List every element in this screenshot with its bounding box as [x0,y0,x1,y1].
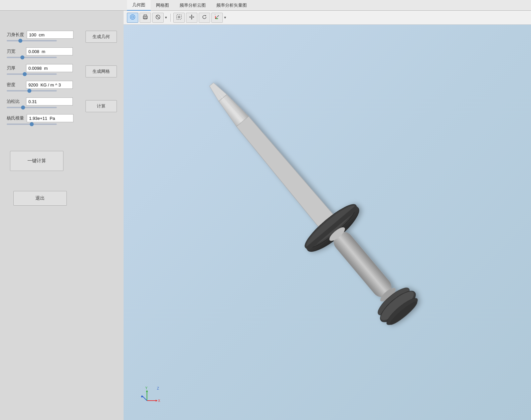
svg-marker-27 [235,115,335,229]
svg-rect-33 [330,228,395,301]
visibility-icon [155,14,161,21]
visibility-button[interactable] [152,13,164,23]
blade-length-input[interactable] [27,31,73,39]
axes-indicator: X Y Z [140,386,160,407]
density-input[interactable] [26,81,73,89]
pan-icon [189,14,195,21]
param-blade-length: 刀身长度 [7,31,79,43]
visibility-dropdown[interactable]: ▼ [152,13,168,23]
svg-marker-12 [191,14,192,16]
svg-marker-45 [146,390,148,392]
axes-dropdown-arrow[interactable]: ▼ [223,16,227,19]
one-click-button[interactable]: 一键计算 [10,151,63,171]
camera-button[interactable] [127,13,138,23]
tab-geometry[interactable]: 几何图 [127,0,151,11]
density-label: 密度 [7,82,23,88]
param-blade-width: 刃宽 [7,47,79,60]
param-blade-thickness: 刃厚 [7,64,79,77]
density-slider[interactable] [7,90,57,91]
poisson-input[interactable] [26,97,73,106]
zoom-button[interactable] [173,13,185,23]
toolbar: ▼ * [124,11,531,25]
svg-text:Z: Z [157,387,159,390]
toolbar-separator-1 [170,14,171,22]
generate-mesh-button[interactable]: 生成网格 [85,65,117,77]
pan-button[interactable] [186,13,197,23]
calculate-button[interactable]: 计算 [85,100,117,112]
svg-point-0 [130,15,135,19]
visibility-dropdown-arrow[interactable]: ▼ [164,16,168,19]
svg-marker-15 [193,16,194,18]
viewport[interactable]: X Y Z [124,25,531,420]
rotate-button[interactable] [199,13,210,23]
youngs-input[interactable] [27,114,73,122]
svg-text:Y: Y [145,386,148,390]
axes-icon: * [214,14,220,21]
svg-text:*: * [215,14,215,16]
zoom-icon [176,14,182,21]
blade-width-slider[interactable] [7,57,57,58]
blade-thickness-input[interactable] [26,64,73,72]
blade-thickness-label: 刃厚 [7,65,23,71]
rotate-icon [201,14,207,21]
svg-rect-4 [144,18,147,19]
sword-svg [124,25,531,420]
svg-line-47 [142,396,147,401]
tab-mesh[interactable]: 网格图 [151,0,174,10]
tab-bar: 几何图 网格图 频率分析云图 频率分析矢量图 [0,0,531,11]
exit-button[interactable]: 退出 [13,191,67,206]
svg-point-1 [132,16,134,18]
right-panel: ▼ * [124,11,531,420]
svg-text:X: X [158,399,160,403]
poisson-label: 泊松比 [7,98,23,104]
blade-length-label: 刀身长度 [7,32,24,38]
main-layout: 刀身长度 刃宽 [0,11,531,420]
param-poisson: 泊松比 [7,97,79,110]
svg-marker-14 [189,16,190,18]
generate-geometry-button[interactable]: 生成几何 [85,31,117,43]
param-youngs: 杨氏模量 [7,114,79,127]
youngs-slider[interactable] [7,124,57,125]
tab-frequency-vector[interactable]: 频率分析矢量图 [211,0,252,10]
youngs-label: 杨氏模量 [7,115,24,121]
svg-marker-13 [191,18,192,20]
blade-width-input[interactable] [26,47,73,55]
blade-width-label: 刃宽 [7,48,23,54]
blade-thickness-slider[interactable] [7,73,57,75]
print-button[interactable] [140,13,151,23]
bottom-buttons: 一键计算 退出 [10,144,117,206]
blade-length-slider[interactable] [7,40,57,41]
camera-icon [130,14,136,21]
params-and-buttons: 刀身长度 刃宽 [7,31,117,131]
print-icon [142,14,148,21]
svg-line-6 [156,15,160,19]
axes-dropdown[interactable]: * ▼ [211,13,227,23]
buttons-col: 生成几何 生成网格 计算 [85,31,117,131]
params-col: 刀身长度 刃宽 [7,31,79,131]
axes-button[interactable]: * [211,13,223,23]
poisson-slider[interactable] [7,107,57,108]
param-density: 密度 [7,81,79,93]
left-panel: 刀身长度 刃宽 [0,11,124,420]
svg-marker-42 [156,400,158,402]
tab-frequency-cloud[interactable]: 频率分析云图 [174,0,211,10]
